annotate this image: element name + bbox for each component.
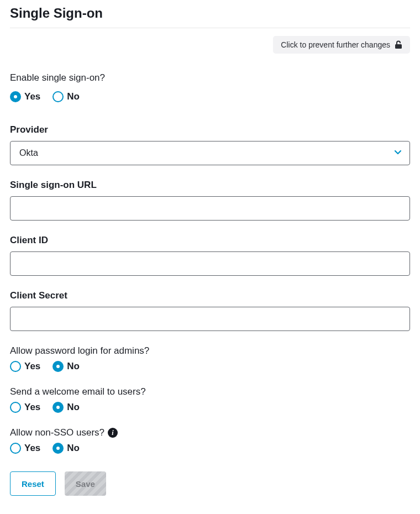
welcome-email-radio-group: Yes No <box>10 402 410 413</box>
form-actions: Reset Save <box>10 471 410 496</box>
client-secret-field: Client Secret <box>10 290 410 331</box>
radio-icon <box>10 91 21 102</box>
allow-non-sso-section: Allow non-SSO users? i Yes No <box>10 427 410 454</box>
provider-field: Provider <box>10 124 410 165</box>
reset-button[interactable]: Reset <box>10 471 56 496</box>
lock-changes-label: Click to prevent further changes <box>281 40 390 49</box>
client-id-input[interactable] <box>10 251 410 276</box>
welcome-email-label: Send a welcome email to users? <box>10 386 410 397</box>
enable-sso-radio-group: Yes No <box>10 91 410 102</box>
allow-admin-pw-yes-option[interactable]: Yes <box>10 361 40 372</box>
radio-icon <box>10 361 21 372</box>
allow-non-sso-no-option[interactable]: No <box>53 443 80 454</box>
client-secret-label: Client Secret <box>10 290 410 301</box>
info-icon[interactable]: i <box>108 428 118 438</box>
sso-url-field: Single sign-on URL <box>10 180 410 221</box>
enable-sso-no-option[interactable]: No <box>53 91 80 102</box>
radio-icon <box>53 402 64 413</box>
radio-label: Yes <box>24 91 40 102</box>
lock-changes-button[interactable]: Click to prevent further changes <box>273 36 410 54</box>
top-actions-bar: Click to prevent further changes <box>10 36 410 54</box>
provider-select[interactable] <box>10 141 410 165</box>
allow-admin-pw-section: Allow password login for admins? Yes No <box>10 345 410 372</box>
radio-icon <box>10 443 21 454</box>
enable-sso-yes-option[interactable]: Yes <box>10 91 40 102</box>
radio-label: Yes <box>24 443 40 454</box>
radio-label: No <box>67 402 80 413</box>
allow-non-sso-yes-option[interactable]: Yes <box>10 443 40 454</box>
client-id-label: Client ID <box>10 235 410 246</box>
radio-icon <box>10 402 21 413</box>
radio-icon <box>53 443 64 454</box>
welcome-email-section: Send a welcome email to users? Yes No <box>10 386 410 413</box>
sso-url-input[interactable] <box>10 196 410 221</box>
radio-label: No <box>67 361 80 372</box>
client-id-field: Client ID <box>10 235 410 276</box>
welcome-email-yes-option[interactable]: Yes <box>10 402 40 413</box>
page-title: Single Sign-on <box>10 6 410 28</box>
radio-icon <box>53 91 64 102</box>
provider-label: Provider <box>10 124 410 135</box>
radio-label: No <box>67 443 80 454</box>
lock-open-icon <box>395 40 402 49</box>
welcome-email-no-option[interactable]: No <box>53 402 80 413</box>
allow-non-sso-radio-group: Yes No <box>10 443 410 454</box>
radio-label: No <box>67 91 80 102</box>
save-button[interactable]: Save <box>65 471 106 496</box>
radio-label: Yes <box>24 361 40 372</box>
enable-sso-section: Enable single sign-on? Yes No <box>10 72 410 102</box>
client-secret-input[interactable] <box>10 307 410 331</box>
allow-admin-pw-radio-group: Yes No <box>10 361 410 372</box>
svg-rect-0 <box>395 44 402 49</box>
radio-label: Yes <box>24 402 40 413</box>
allow-admin-pw-label: Allow password login for admins? <box>10 345 410 356</box>
enable-sso-label: Enable single sign-on? <box>10 72 410 83</box>
allow-non-sso-label: Allow non-SSO users? <box>10 427 104 438</box>
allow-admin-pw-no-option[interactable]: No <box>53 361 80 372</box>
radio-icon <box>53 361 64 372</box>
sso-url-label: Single sign-on URL <box>10 180 410 191</box>
